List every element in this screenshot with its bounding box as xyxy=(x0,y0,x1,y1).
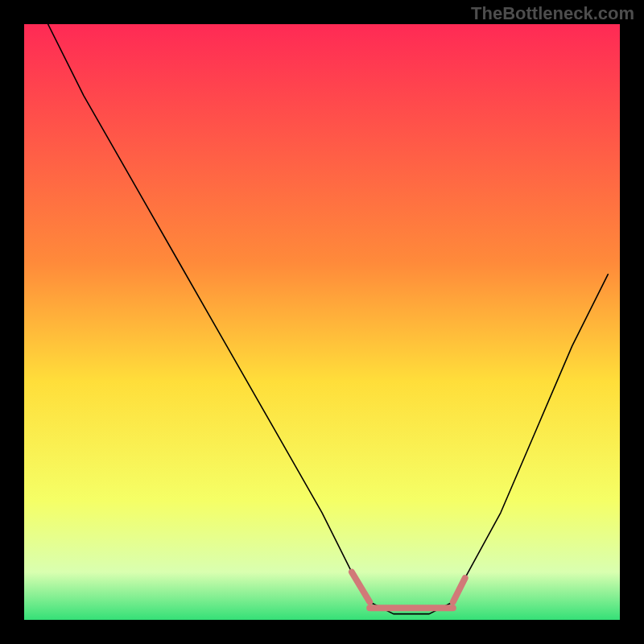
watermark-text: TheBottleneck.com xyxy=(471,3,634,24)
chart-background xyxy=(24,24,620,620)
chart-svg xyxy=(24,24,620,620)
chart-plot-area xyxy=(24,24,620,620)
